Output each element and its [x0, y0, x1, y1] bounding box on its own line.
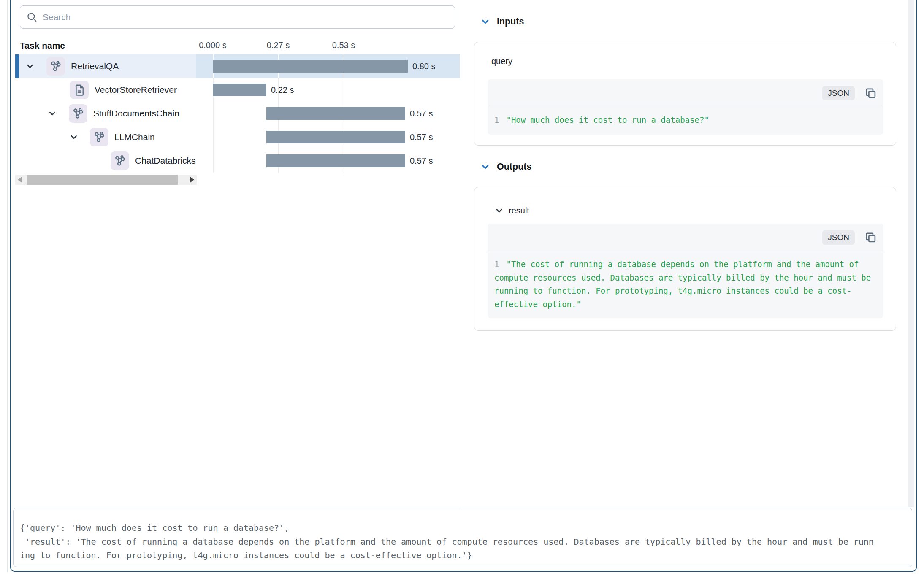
search-input[interactable]	[43, 12, 449, 22]
input-field-name: query	[491, 57, 512, 66]
duration-label: 0.22 s	[271, 78, 294, 102]
input-code-text: "How much does it cost to run a database…	[506, 115, 709, 124]
notebook-gutter-line	[7, 0, 8, 572]
span-details-panel: Inputs query JSON 1"How much does it cos…	[461, 0, 909, 508]
copy-icon	[864, 87, 877, 99]
console-output-text: {'query': 'How much does it cost to run …	[14, 508, 912, 562]
tree-row[interactable]: ChatDatabricks0.57 s	[11, 149, 460, 173]
timeline-gridline	[213, 149, 214, 173]
outputs-section-header[interactable]: Outputs	[481, 162, 531, 172]
console-output-box: {'query': 'How much does it cost to run …	[13, 508, 912, 567]
gantt-bar[interactable]	[213, 84, 266, 96]
chain-icon	[46, 57, 65, 76]
right-panel-scroll-gutter[interactable]	[908, 0, 914, 507]
row-expand-chevron-icon[interactable]	[69, 132, 79, 142]
search-box[interactable]	[20, 5, 455, 29]
timeline-gridline	[344, 78, 344, 102]
chevron-down-icon[interactable]	[481, 17, 490, 26]
copy-icon	[864, 231, 877, 243]
tree-row[interactable]: RetrievalQA0.80 s	[11, 54, 460, 78]
chain-icon	[90, 128, 108, 146]
inputs-title: Inputs	[497, 16, 524, 27]
chevron-down-icon[interactable]	[495, 207, 503, 215]
time-axis-tick: 0.000 s	[183, 36, 242, 54]
copy-button[interactable]	[864, 231, 877, 244]
gantt-bar[interactable]	[266, 107, 405, 120]
scrollbar-thumb[interactable]	[27, 175, 178, 185]
inputs-section-header[interactable]: Inputs	[481, 16, 524, 27]
code-body: 1"The cost of running a database depends…	[488, 251, 883, 311]
scroll-left-arrow-icon[interactable]	[18, 176, 22, 183]
selected-row-accent-bar	[15, 54, 19, 78]
search-icon	[26, 11, 38, 23]
json-badge: JSON	[822, 230, 855, 245]
task-name-column-header: Task name	[20, 36, 65, 54]
line-number: 1	[494, 115, 499, 124]
output-code-text: "The cost of running a database depends …	[494, 259, 876, 309]
tree-row[interactable]: StuffDocumentsChain0.57 s	[11, 102, 460, 125]
horizontal-scrollbar[interactable]	[15, 175, 197, 185]
row-expand-chevron-icon[interactable]	[25, 62, 35, 71]
output-field-name: result	[509, 206, 529, 216]
task-label: RetrievalQA	[71, 54, 196, 78]
duration-label: 0.57 s	[410, 149, 433, 173]
timeline-gridline	[213, 125, 214, 149]
time-axis-tick: 0.27 s	[249, 36, 308, 54]
copy-button[interactable]	[864, 87, 877, 100]
gantt-bar[interactable]	[266, 154, 405, 167]
duration-label: 0.80 s	[412, 54, 435, 78]
inputs-card: query JSON 1"How much does it cost to ru…	[474, 42, 896, 146]
time-axis-tick: 0.53 s	[314, 36, 373, 54]
outputs-title: Outputs	[497, 162, 531, 172]
trace-tree-panel: Task name 0.000 s 0.27 s 0.53 s Retrieva…	[11, 0, 460, 508]
duration-label: 0.57 s	[410, 102, 433, 125]
row-expand-chevron-icon[interactable]	[48, 109, 57, 118]
tree-row[interactable]: LLMChain0.57 s	[11, 125, 460, 149]
chevron-down-icon[interactable]	[481, 162, 490, 171]
result-collapse-toggle[interactable]: result	[495, 206, 529, 216]
line-number: 1	[494, 259, 499, 269]
task-label: ChatDatabricks	[135, 149, 196, 173]
document-icon	[70, 81, 89, 99]
chain-icon	[69, 104, 87, 123]
gantt-bar[interactable]	[213, 60, 408, 73]
timeline-gridline	[213, 102, 214, 125]
duration-label: 0.57 s	[410, 125, 433, 149]
tree-row[interactable]: VectorStoreRetriever0.22 s	[11, 78, 460, 102]
scroll-right-arrow-icon[interactable]	[190, 176, 194, 183]
gantt-bar[interactable]	[266, 131, 405, 143]
output-code-block: JSON 1"The cost of running a database de…	[488, 224, 883, 318]
task-label: VectorStoreRetriever	[95, 78, 196, 102]
tree-header: Task name 0.000 s 0.27 s 0.53 s	[11, 36, 460, 54]
code-block-toolbar: JSON	[488, 224, 883, 251]
json-badge: JSON	[822, 86, 855, 100]
input-code-block: JSON 1"How much does it cost to run a da…	[488, 79, 883, 135]
code-block-toolbar: JSON	[488, 79, 883, 107]
outputs-card: result JSON 1"The cost of running a data…	[474, 187, 896, 331]
task-label: LLMChain	[114, 125, 196, 149]
code-body: 1"How much does it cost to run a databas…	[488, 107, 883, 127]
chain-icon	[111, 151, 129, 170]
task-label: StuffDocumentsChain	[93, 102, 196, 125]
